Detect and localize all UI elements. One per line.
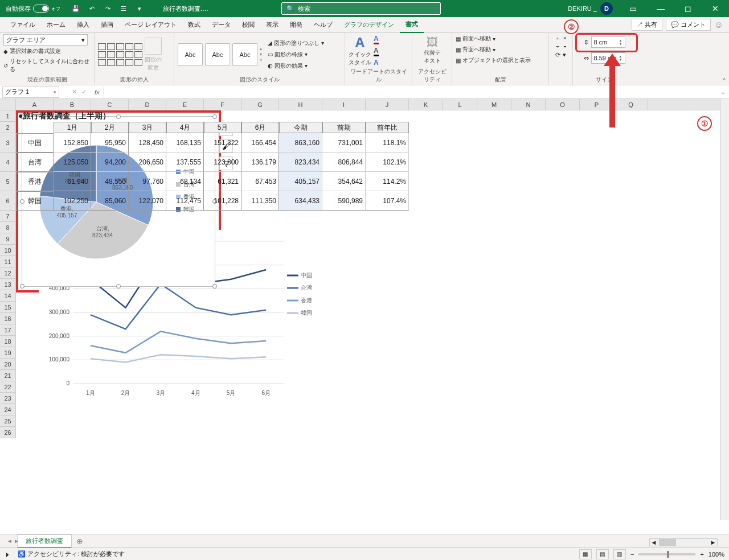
cell[interactable]: 94,200 [91,153,129,172]
shape-style-3[interactable]: Abc [232,43,257,66]
cell[interactable]: 今期 [279,122,322,133]
shape-style-1[interactable]: Abc [178,43,203,66]
sheet-nav-next-icon[interactable]: ► [14,538,19,544]
name-box[interactable]: グラフ 1▾ [2,87,59,98]
search-input[interactable]: 🔍 検索 [281,2,441,15]
cell[interactable]: 137,555 [166,153,204,172]
shape-style-2[interactable]: Abc [205,43,230,66]
cell[interactable]: 136,179 [241,153,279,172]
shape-fill-button[interactable]: ◢ 図形の塗りつぶし ▾ [268,39,324,48]
cell[interactable]: 3月 [129,122,166,133]
column-header[interactable]: O [546,99,580,110]
tab-format[interactable]: 書式 [400,17,424,33]
row-header[interactable]: 19 [0,347,15,359]
row-header[interactable]: 21 [0,370,15,381]
column-header[interactable]: M [477,99,511,110]
zoom-in-icon[interactable]: + [700,551,703,558]
sheet-tab[interactable]: 旅行者数調査 [17,534,72,548]
ribbon-options-icon[interactable]: ▭ [622,0,645,17]
column-header[interactable]: L [443,99,477,110]
cell[interactable]: 731,001 [322,133,366,153]
alt-text-button[interactable]: 🖼 代替テ キスト [424,36,441,65]
cell[interactable]: 95,950 [91,133,129,153]
page-break-view-icon[interactable]: ▥ [613,549,626,559]
column-header[interactable]: G [241,99,279,110]
column-header[interactable]: N [511,99,546,110]
cell[interactable]: 806,844 [322,153,366,172]
cell[interactable]: 128,450 [129,133,166,153]
row-header[interactable]: 3 [0,133,15,153]
enter-formula-icon[interactable]: ✓ [81,88,87,96]
cell[interactable]: 590,989 [322,191,366,211]
column-header[interactable]: B [54,99,91,110]
column-header[interactable]: C [91,99,129,110]
tab-page-layout[interactable]: ページ レイアウト [119,17,182,33]
row-header[interactable]: 2 [0,122,15,133]
column-header[interactable]: K [409,99,443,110]
undo-icon[interactable]: ↶ [85,2,98,15]
row-header[interactable]: 16 [0,313,15,324]
text-fill-icon[interactable]: A [374,35,379,44]
cell[interactable]: 112,475 [166,191,204,211]
cell[interactable]: 634,433 [279,191,322,211]
column-header[interactable]: D [129,99,166,110]
row-header[interactable]: 9 [0,233,15,245]
row-header[interactable]: 18 [0,336,15,347]
cell[interactable]: 114.2% [366,172,409,191]
touch-icon[interactable]: ☰ [117,2,130,15]
maximize-icon[interactable]: ◻ [677,0,699,17]
row-header[interactable]: 24 [0,404,15,415]
cell[interactable]: 85,060 [91,191,129,211]
tab-file[interactable]: ファイル [5,17,41,33]
tab-view[interactable]: 表示 [260,17,284,33]
cell[interactable]: 48,550 [91,172,129,191]
row-header[interactable]: 10 [0,245,15,256]
cell[interactable]: 61,321 [204,172,241,191]
row-header[interactable]: 7 [0,211,15,222]
user-account[interactable]: DEKIRU _ D [563,2,617,15]
page-layout-view-icon[interactable]: ▤ [596,549,609,559]
row-header[interactable]: 26 [0,427,15,438]
row-header[interactable]: 5 [0,172,15,191]
cancel-formula-icon[interactable]: ✕ [72,88,77,96]
column-header[interactable]: F [204,99,241,110]
cell[interactable]: 香港 [16,172,54,191]
share-button[interactable]: ↗ 共有 [632,19,662,31]
cell[interactable]: 118.1% [366,133,409,153]
sheet-nav-prev-icon[interactable]: ◄ [7,538,13,544]
row-header[interactable]: 6 [0,191,15,211]
row-header[interactable]: 8 [0,222,15,233]
cell[interactable]: 168,135 [166,133,204,153]
column-header[interactable]: H [279,99,322,110]
selection-pane-button[interactable]: ▦ オブジェクトの選択と表示 [456,56,531,65]
shape-outline-button[interactable]: ▭ 図形の枠線 ▾ [268,50,324,59]
fx-icon[interactable]: fx [91,89,103,96]
cell[interactable]: 102,250 [54,191,91,211]
cell[interactable]: ●旅行者数調査（上半期） [16,110,166,122]
rotate-icon[interactable]: ⟳ ▾ [555,51,566,59]
row-header[interactable]: 1 [0,110,15,122]
cell[interactable]: 823,434 [279,153,322,172]
row-header[interactable]: 13 [0,279,15,290]
cell[interactable]: 405,157 [279,172,322,191]
save-icon[interactable]: 💾 [69,2,82,15]
row-header[interactable]: 22 [0,381,15,393]
redo-icon[interactable]: ↷ [101,2,114,15]
tab-draw[interactable]: 描画 [95,17,119,33]
accessibility-status[interactable]: ♿ アクセシビリティ: 検討が必要です [11,550,132,558]
cell[interactable]: 61,940 [54,172,91,191]
tab-chart-design[interactable]: グラフのデザイン [338,17,400,33]
comments-button[interactable]: 💬 コメント [666,19,711,31]
row-header[interactable]: 14 [0,290,15,302]
group-icon[interactable]: ⫟ ▾ [555,43,566,50]
cell[interactable]: 102.1% [366,153,409,172]
column-header[interactable]: A [16,99,54,110]
tab-data[interactable]: データ [206,17,236,33]
cell[interactable]: 152,850 [54,133,91,153]
cell[interactable]: 4月 [166,122,204,133]
cell[interactable]: 韓国 [16,191,54,211]
cell[interactable]: 67,453 [241,172,279,191]
bring-forward-button[interactable]: ▦ 前面へ移動 ▾ [456,34,495,43]
reset-style-button[interactable]: ↺ リセットしてスタイルに合わせる [3,57,91,74]
column-header[interactable]: J [366,99,409,110]
